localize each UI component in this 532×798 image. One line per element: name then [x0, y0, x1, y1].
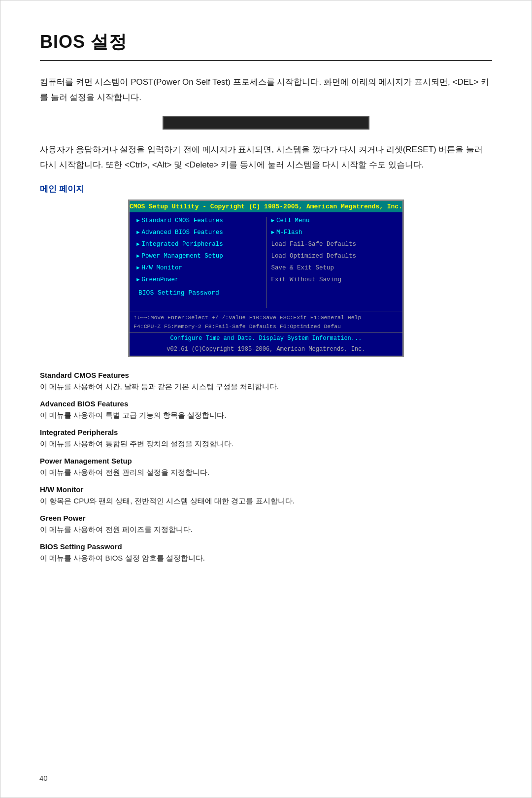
bios-item-cell: ► Cell Menu: [271, 217, 396, 224]
feature-title-1: Advanced BIOS Features: [40, 399, 492, 408]
press-del-box: [163, 116, 369, 130]
arrow-icon-4: ►: [136, 253, 140, 259]
feature-desc-6: 이 메뉴를 사용하여 BIOS 설정 암호를 설정합니다.: [40, 552, 492, 564]
bios-item-mflash: ► M-Flash: [271, 229, 396, 236]
bios-footer-line1: ↑↓←→:Move Enter:Select +/-/:Value F10:Sa…: [133, 313, 399, 322]
bios-title-bar: CMOS Setup Utility - Copyright (C) 1985-…: [130, 201, 402, 212]
title-divider: [40, 60, 492, 61]
intro-paragraph1: 컴퓨터를 켜면 시스템이 POST(Power On Self Test) 프로…: [40, 75, 492, 105]
feature-title-5: Green Power: [40, 514, 492, 522]
bios-item-save-exit: Save & Exit Setup: [271, 265, 396, 271]
bios-footer-line2: F4:CPU-Z F5:Memory-2 F8:Fail-Safe Defaul…: [133, 322, 399, 331]
feature-item-1: Advanced BIOS Features 이 메뉴를 사용하여 특별 고급 …: [40, 399, 492, 421]
feature-title-6: BIOS Setting Password: [40, 542, 492, 551]
bios-screen: CMOS Setup Utility - Copyright (C) 1985-…: [128, 200, 404, 357]
feature-desc-2: 이 메뉴를 사용하여 통합된 주변 장치의 설정을 지정합니다.: [40, 438, 492, 450]
feature-desc-0: 이 메뉴를 사용하여 시간, 날짜 등과 같은 기본 시스템 구성을 처리합니다…: [40, 381, 492, 393]
arrow-icon-7: ►: [271, 218, 275, 224]
arrow-icon-5: ►: [136, 265, 140, 271]
feature-item-2: Integrated Peripherals 이 메뉴를 사용하여 통합된 주변…: [40, 428, 492, 450]
bios-footer: ↑↓←→:Move Enter:Select +/-/:Value F10:Sa…: [130, 311, 402, 332]
bios-item-power: ► Power Management Setup: [136, 253, 261, 260]
page-title: BIOS 설정: [40, 30, 492, 54]
feature-item-6: BIOS Setting Password 이 메뉴를 사용하여 BIOS 설정…: [40, 542, 492, 564]
intro-paragraph2: 사용자가 응답하거나 설정을 입력하기 전에 메시지가 표시되면, 시스템을 껐…: [40, 142, 492, 172]
feature-item-0: Standard CMOS Features 이 메뉴를 사용하여 시간, 날짜…: [40, 371, 492, 393]
bios-right-col: ► Cell Menu ► M-Flash Load Fail-Safe Def…: [268, 217, 399, 308]
bios-item-password: BIOS Setting Password: [136, 288, 261, 298]
bios-item-exit-nosave: Exit Without Saving: [271, 276, 396, 283]
feature-item-5: Green Power 이 메뉴를 사용하여 전원 페이즈를 지정합니다.: [40, 514, 492, 535]
feature-desc-3: 이 메뉴를 사용하여 전원 관리의 설정을 지정합니다.: [40, 466, 492, 478]
feature-item-3: Power Management Setup 이 메뉴를 사용하여 전원 관리의…: [40, 457, 492, 478]
main-page-label: 메인 페이지: [40, 183, 492, 195]
bios-status-bar: Configure Time and Date. Display System …: [130, 332, 402, 344]
arrow-icon-3: ►: [136, 241, 140, 247]
feature-title-4: H/W Monitor: [40, 485, 492, 494]
bios-item-greenpower: ► GreenPower: [136, 276, 261, 283]
bios-item-optimized: Load Optimized Defaults: [271, 253, 396, 260]
feature-section: Standard CMOS Features 이 메뉴를 사용하여 시간, 날짜…: [40, 371, 492, 564]
bios-item-standard: ► Standard CMOS Features: [136, 217, 261, 224]
feature-desc-5: 이 메뉴를 사용하여 전원 페이즈를 지정합니다.: [40, 524, 492, 535]
bios-col-divider: [266, 217, 266, 308]
bios-left-col: ► Standard CMOS Features ► Advanced BIOS…: [133, 217, 264, 308]
feature-title-3: Power Management Setup: [40, 457, 492, 465]
feature-title-0: Standard CMOS Features: [40, 371, 492, 379]
arrow-icon-2: ►: [136, 230, 140, 235]
arrow-icon-6: ►: [136, 277, 140, 283]
feature-title-2: Integrated Peripherals: [40, 428, 492, 436]
bios-item-advanced: ► Advanced BIOS Features: [136, 229, 261, 236]
page-number: 40: [39, 774, 48, 782]
bios-copyright: v02.61 (C)Copyright 1985-2006, American …: [130, 344, 402, 356]
bios-item-hwmonitor: ► H/W Monitor: [136, 265, 261, 271]
feature-desc-1: 이 메뉴를 사용하여 특별 고급 기능의 항목을 설정합니다.: [40, 409, 492, 421]
bios-body: ► Standard CMOS Features ► Advanced BIOS…: [130, 212, 402, 311]
bios-item-failsafe: Load Fail-Safe Defaults: [271, 241, 396, 248]
arrow-icon-8: ►: [271, 230, 275, 235]
page-container: BIOS 설정 컴퓨터를 켜면 시스템이 POST(Power On Self …: [0, 0, 532, 798]
bios-item-integrated: ► Integrated Peripherals: [136, 241, 261, 248]
feature-desc-4: 이 항목은 CPU와 팬의 상태, 전반적인 시스템 상태에 대한 경고를 표시…: [40, 495, 492, 507]
arrow-icon-1: ►: [136, 218, 140, 224]
feature-item-4: H/W Monitor 이 항목은 CPU와 팬의 상태, 전반적인 시스템 상…: [40, 485, 492, 507]
